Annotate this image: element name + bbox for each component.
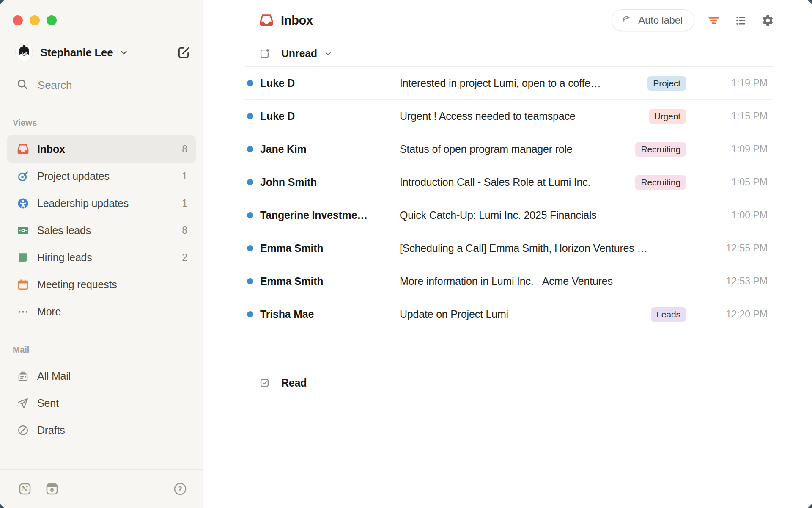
sidebar-item-label: Leadership updates — [37, 197, 129, 210]
email-sender: Tangerine Investme… — [260, 209, 393, 221]
svg-text:N: N — [22, 485, 28, 493]
email-sender: Emma Smith — [260, 242, 393, 254]
email-row[interactable]: Luke D Interested in project Lumi, open … — [245, 67, 773, 99]
header-actions: Auto label — [612, 9, 776, 31]
close-window-button[interactable] — [13, 15, 23, 25]
notion-logo-icon[interactable]: N — [18, 482, 32, 496]
unread-dot-icon — [247, 311, 253, 318]
search-button[interactable]: Search — [16, 75, 192, 95]
unread-icon — [259, 48, 270, 59]
sidebar-section-mail: Mail All Mail Sent Drafts — [7, 345, 196, 444]
sidebar-item-sales-leads[interactable]: Sales leads 8 — [7, 217, 196, 244]
email-time: 12:55 PM — [686, 243, 773, 254]
svg-text:6: 6 — [50, 487, 54, 493]
email-subject: Quick Catch-Up: Lumi Inc. 2025 Financial… — [400, 209, 678, 221]
sidebar-footer: N 6 ? — [0, 469, 203, 508]
sidebar-item-inbox[interactable]: Inbox 8 — [7, 135, 196, 163]
email-row[interactable]: Tangerine Investme… Quick Catch-Up: Lumi… — [245, 199, 773, 232]
unread-count: 8 — [182, 225, 187, 236]
sidebar-section-title: Mail — [7, 345, 196, 356]
app-window: Stephanie Lee — [0, 0, 812, 508]
email-row[interactable]: Emma Smith [Scheduling a Call] Emma Smit… — [245, 232, 773, 265]
mail-stack-icon — [17, 370, 29, 382]
unread-dot-icon — [247, 179, 253, 185]
page-title: Inbox — [281, 14, 313, 28]
email-label-badge: Leads — [651, 307, 686, 322]
zoom-window-button[interactable] — [47, 15, 57, 25]
sidebar-item-label: Project updates — [37, 170, 110, 182]
read-check-icon — [259, 377, 270, 389]
email-time: 12:53 PM — [686, 276, 773, 287]
sidebar-item-leadership-updates[interactable]: Leadership updates 1 — [7, 190, 196, 217]
inbox-icon — [259, 13, 274, 28]
sidebar-item-drafts[interactable]: Drafts — [7, 417, 196, 444]
email-subject: More information in Lumi Inc. - Acme Ven… — [400, 275, 678, 287]
email-sender: Luke D — [260, 110, 393, 122]
read-section-header[interactable]: Read — [245, 371, 773, 395]
email-sender: John Smith — [260, 176, 393, 188]
unread-dot-icon — [247, 278, 253, 284]
sidebar-item-project-updates[interactable]: Project updates 1 — [7, 163, 196, 190]
minimize-window-button[interactable] — [30, 15, 40, 25]
auto-label-button[interactable]: Auto label — [612, 9, 694, 31]
sidebar-item-label: Hiring leads — [37, 251, 92, 264]
person-circle-icon — [17, 197, 29, 210]
chevron-down-icon — [324, 49, 333, 58]
main-header: Inbox Auto label — [203, 0, 812, 41]
main-panel: Inbox Auto label — [203, 0, 812, 508]
unread-dot-icon — [247, 113, 253, 119]
email-list-area: Unread Luke D Interested in project Lumi… — [245, 41, 773, 395]
account-switcher[interactable]: Stephanie Lee — [40, 46, 129, 59]
email-subject: Status of open program manager role — [400, 143, 627, 155]
email-time: 1:09 PM — [686, 144, 773, 155]
profile-row: Stephanie Lee — [15, 42, 192, 63]
pencil-circle-icon — [17, 424, 29, 436]
compose-button[interactable] — [176, 45, 192, 60]
email-sender: Emma Smith — [260, 275, 393, 287]
search-label: Search — [38, 79, 72, 92]
sidebar-item-label: Sent — [37, 397, 59, 409]
list-view-icon[interactable] — [732, 12, 749, 28]
auto-label-wand-icon — [621, 13, 633, 28]
sidebar-section-views: Views Inbox 8 Project updates 1 Leadersh… — [7, 118, 196, 325]
avatar[interactable] — [15, 44, 33, 61]
sidebar-item-label: Sales leads — [37, 224, 91, 237]
inbox-tray-icon — [17, 143, 29, 155]
email-label-badge: Recruiting — [635, 175, 686, 190]
email-row[interactable]: Jane Kim Status of open program manager … — [245, 133, 773, 166]
email-row[interactable]: John Smith Introduction Call - Sales Rol… — [245, 166, 773, 199]
sidebar-item-sent[interactable]: Sent — [7, 389, 196, 417]
window-controls — [13, 15, 57, 25]
target-icon — [17, 170, 29, 182]
email-row[interactable]: Luke D Urgent ! Access needed to teamspa… — [245, 99, 773, 133]
sidebar-item-label: More — [37, 306, 61, 318]
email-subject: Urgent ! Access needed to teamspace — [400, 110, 640, 122]
unread-section-header[interactable]: Unread — [245, 41, 773, 67]
unread-count: 1 — [182, 198, 187, 209]
sidebar-item-more[interactable]: More — [7, 298, 196, 325]
sidebar-item-meeting-requests[interactable]: Meeting requests — [7, 271, 196, 298]
calendar-day-6-icon[interactable]: 6 — [45, 482, 59, 496]
search-icon — [16, 78, 29, 92]
email-time: 1:15 PM — [686, 110, 773, 122]
unread-dot-icon — [247, 80, 253, 86]
filter-icon[interactable] — [705, 12, 721, 28]
help-icon[interactable]: ? — [173, 482, 187, 496]
email-subject: Interested in project Lumi, open to a co… — [400, 77, 639, 89]
email-row[interactable]: Trisha Mae Update on Project Lumi Leads … — [245, 298, 773, 331]
email-subject: [Scheduling a Call] Emma Smith, Horizon … — [400, 242, 678, 254]
sidebar-item-all-mail[interactable]: All Mail — [7, 362, 196, 389]
settings-gear-icon[interactable] — [760, 12, 776, 28]
email-time: 1:19 PM — [686, 77, 773, 89]
email-subject: Update on Project Lumi — [400, 308, 642, 320]
unread-count: 8 — [182, 144, 187, 155]
banknote-icon — [17, 224, 29, 237]
email-sender: Trisha Mae — [260, 308, 393, 320]
email-sender: Jane Kim — [260, 143, 393, 155]
sidebar-item-hiring-leads[interactable]: Hiring leads 2 — [7, 244, 196, 271]
email-row[interactable]: Emma Smith More information in Lumi Inc.… — [245, 265, 773, 298]
sidebar-item-label: Meeting requests — [37, 279, 117, 291]
chevron-down-icon — [119, 47, 129, 58]
svg-text:?: ? — [178, 485, 182, 493]
sidebar-section-title: Views — [7, 118, 196, 129]
